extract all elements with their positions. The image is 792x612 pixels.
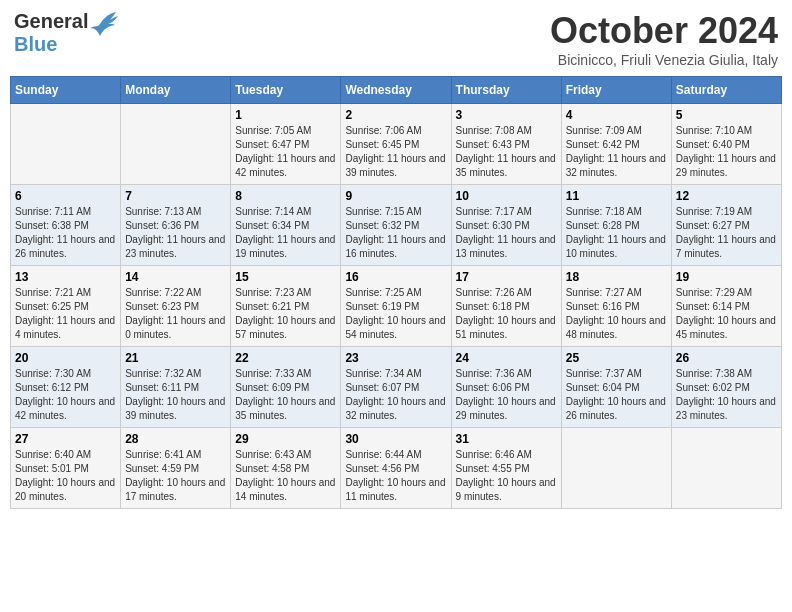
day-info: Sunrise: 7:13 AM Sunset: 6:36 PM Dayligh… xyxy=(125,205,226,261)
calendar-cell: 19Sunrise: 7:29 AM Sunset: 6:14 PM Dayli… xyxy=(671,266,781,347)
day-info: Sunrise: 6:41 AM Sunset: 4:59 PM Dayligh… xyxy=(125,448,226,504)
day-number: 30 xyxy=(345,432,446,446)
calendar-cell: 22Sunrise: 7:33 AM Sunset: 6:09 PM Dayli… xyxy=(231,347,341,428)
calendar-cell xyxy=(121,104,231,185)
day-number: 21 xyxy=(125,351,226,365)
day-info: Sunrise: 7:30 AM Sunset: 6:12 PM Dayligh… xyxy=(15,367,116,423)
day-of-week-header: Thursday xyxy=(451,77,561,104)
logo: General Blue xyxy=(14,10,120,56)
calendar-body: 1Sunrise: 7:05 AM Sunset: 6:47 PM Daylig… xyxy=(11,104,782,509)
day-number: 26 xyxy=(676,351,777,365)
day-number: 22 xyxy=(235,351,336,365)
calendar-cell: 13Sunrise: 7:21 AM Sunset: 6:25 PM Dayli… xyxy=(11,266,121,347)
calendar-cell: 9Sunrise: 7:15 AM Sunset: 6:32 PM Daylig… xyxy=(341,185,451,266)
calendar-cell: 11Sunrise: 7:18 AM Sunset: 6:28 PM Dayli… xyxy=(561,185,671,266)
day-info: Sunrise: 7:11 AM Sunset: 6:38 PM Dayligh… xyxy=(15,205,116,261)
calendar-cell: 17Sunrise: 7:26 AM Sunset: 6:18 PM Dayli… xyxy=(451,266,561,347)
calendar-cell: 29Sunrise: 6:43 AM Sunset: 4:58 PM Dayli… xyxy=(231,428,341,509)
day-number: 7 xyxy=(125,189,226,203)
calendar-cell: 1Sunrise: 7:05 AM Sunset: 6:47 PM Daylig… xyxy=(231,104,341,185)
day-of-week-header: Tuesday xyxy=(231,77,341,104)
day-info: Sunrise: 6:40 AM Sunset: 5:01 PM Dayligh… xyxy=(15,448,116,504)
day-info: Sunrise: 7:06 AM Sunset: 6:45 PM Dayligh… xyxy=(345,124,446,180)
day-number: 2 xyxy=(345,108,446,122)
main-title: October 2024 xyxy=(550,10,778,52)
day-of-week-header: Saturday xyxy=(671,77,781,104)
calendar-cell: 5Sunrise: 7:10 AM Sunset: 6:40 PM Daylig… xyxy=(671,104,781,185)
day-of-week-header: Wednesday xyxy=(341,77,451,104)
day-info: Sunrise: 7:17 AM Sunset: 6:30 PM Dayligh… xyxy=(456,205,557,261)
day-number: 14 xyxy=(125,270,226,284)
day-number: 24 xyxy=(456,351,557,365)
calendar-cell: 24Sunrise: 7:36 AM Sunset: 6:06 PM Dayli… xyxy=(451,347,561,428)
calendar-cell xyxy=(11,104,121,185)
calendar-week-row: 20Sunrise: 7:30 AM Sunset: 6:12 PM Dayli… xyxy=(11,347,782,428)
day-number: 13 xyxy=(15,270,116,284)
day-info: Sunrise: 7:27 AM Sunset: 6:16 PM Dayligh… xyxy=(566,286,667,342)
day-number: 18 xyxy=(566,270,667,284)
day-info: Sunrise: 7:29 AM Sunset: 6:14 PM Dayligh… xyxy=(676,286,777,342)
calendar-week-row: 1Sunrise: 7:05 AM Sunset: 6:47 PM Daylig… xyxy=(11,104,782,185)
calendar-cell: 30Sunrise: 6:44 AM Sunset: 4:56 PM Dayli… xyxy=(341,428,451,509)
day-info: Sunrise: 7:18 AM Sunset: 6:28 PM Dayligh… xyxy=(566,205,667,261)
logo-text: General Blue xyxy=(14,10,88,56)
calendar-cell: 3Sunrise: 7:08 AM Sunset: 6:43 PM Daylig… xyxy=(451,104,561,185)
day-of-week-header: Friday xyxy=(561,77,671,104)
day-number: 8 xyxy=(235,189,336,203)
day-info: Sunrise: 6:44 AM Sunset: 4:56 PM Dayligh… xyxy=(345,448,446,504)
day-number: 19 xyxy=(676,270,777,284)
calendar-cell: 4Sunrise: 7:09 AM Sunset: 6:42 PM Daylig… xyxy=(561,104,671,185)
calendar-cell: 8Sunrise: 7:14 AM Sunset: 6:34 PM Daylig… xyxy=(231,185,341,266)
day-info: Sunrise: 7:32 AM Sunset: 6:11 PM Dayligh… xyxy=(125,367,226,423)
day-info: Sunrise: 7:33 AM Sunset: 6:09 PM Dayligh… xyxy=(235,367,336,423)
day-info: Sunrise: 7:38 AM Sunset: 6:02 PM Dayligh… xyxy=(676,367,777,423)
calendar-cell: 16Sunrise: 7:25 AM Sunset: 6:19 PM Dayli… xyxy=(341,266,451,347)
day-info: Sunrise: 7:25 AM Sunset: 6:19 PM Dayligh… xyxy=(345,286,446,342)
calendar-cell: 2Sunrise: 7:06 AM Sunset: 6:45 PM Daylig… xyxy=(341,104,451,185)
day-number: 25 xyxy=(566,351,667,365)
day-number: 16 xyxy=(345,270,446,284)
calendar-week-row: 27Sunrise: 6:40 AM Sunset: 5:01 PM Dayli… xyxy=(11,428,782,509)
day-info: Sunrise: 7:14 AM Sunset: 6:34 PM Dayligh… xyxy=(235,205,336,261)
day-info: Sunrise: 7:15 AM Sunset: 6:32 PM Dayligh… xyxy=(345,205,446,261)
day-info: Sunrise: 7:21 AM Sunset: 6:25 PM Dayligh… xyxy=(15,286,116,342)
day-number: 28 xyxy=(125,432,226,446)
calendar-cell: 31Sunrise: 6:46 AM Sunset: 4:55 PM Dayli… xyxy=(451,428,561,509)
day-info: Sunrise: 7:19 AM Sunset: 6:27 PM Dayligh… xyxy=(676,205,777,261)
calendar-cell xyxy=(561,428,671,509)
day-number: 9 xyxy=(345,189,446,203)
calendar-cell: 7Sunrise: 7:13 AM Sunset: 6:36 PM Daylig… xyxy=(121,185,231,266)
calendar-cell: 6Sunrise: 7:11 AM Sunset: 6:38 PM Daylig… xyxy=(11,185,121,266)
day-number: 29 xyxy=(235,432,336,446)
day-info: Sunrise: 7:23 AM Sunset: 6:21 PM Dayligh… xyxy=(235,286,336,342)
page-header: General Blue October 2024 Bicinicco, Fri… xyxy=(10,10,782,68)
day-number: 15 xyxy=(235,270,336,284)
calendar-week-row: 13Sunrise: 7:21 AM Sunset: 6:25 PM Dayli… xyxy=(11,266,782,347)
day-of-week-header: Sunday xyxy=(11,77,121,104)
calendar-cell: 15Sunrise: 7:23 AM Sunset: 6:21 PM Dayli… xyxy=(231,266,341,347)
subtitle: Bicinicco, Friuli Venezia Giulia, Italy xyxy=(550,52,778,68)
day-number: 10 xyxy=(456,189,557,203)
day-info: Sunrise: 7:34 AM Sunset: 6:07 PM Dayligh… xyxy=(345,367,446,423)
day-number: 5 xyxy=(676,108,777,122)
calendar-cell: 27Sunrise: 6:40 AM Sunset: 5:01 PM Dayli… xyxy=(11,428,121,509)
calendar-cell: 21Sunrise: 7:32 AM Sunset: 6:11 PM Dayli… xyxy=(121,347,231,428)
calendar-header-row: SundayMondayTuesdayWednesdayThursdayFrid… xyxy=(11,77,782,104)
day-info: Sunrise: 7:26 AM Sunset: 6:18 PM Dayligh… xyxy=(456,286,557,342)
day-number: 1 xyxy=(235,108,336,122)
day-of-week-header: Monday xyxy=(121,77,231,104)
day-info: Sunrise: 7:09 AM Sunset: 6:42 PM Dayligh… xyxy=(566,124,667,180)
calendar-cell: 18Sunrise: 7:27 AM Sunset: 6:16 PM Dayli… xyxy=(561,266,671,347)
day-number: 6 xyxy=(15,189,116,203)
day-info: Sunrise: 7:22 AM Sunset: 6:23 PM Dayligh… xyxy=(125,286,226,342)
calendar-cell: 28Sunrise: 6:41 AM Sunset: 4:59 PM Dayli… xyxy=(121,428,231,509)
logo-bird-icon xyxy=(90,10,120,38)
day-number: 31 xyxy=(456,432,557,446)
calendar-cell: 10Sunrise: 7:17 AM Sunset: 6:30 PM Dayli… xyxy=(451,185,561,266)
day-number: 3 xyxy=(456,108,557,122)
day-info: Sunrise: 7:08 AM Sunset: 6:43 PM Dayligh… xyxy=(456,124,557,180)
day-number: 12 xyxy=(676,189,777,203)
calendar-cell: 12Sunrise: 7:19 AM Sunset: 6:27 PM Dayli… xyxy=(671,185,781,266)
calendar-week-row: 6Sunrise: 7:11 AM Sunset: 6:38 PM Daylig… xyxy=(11,185,782,266)
day-number: 20 xyxy=(15,351,116,365)
